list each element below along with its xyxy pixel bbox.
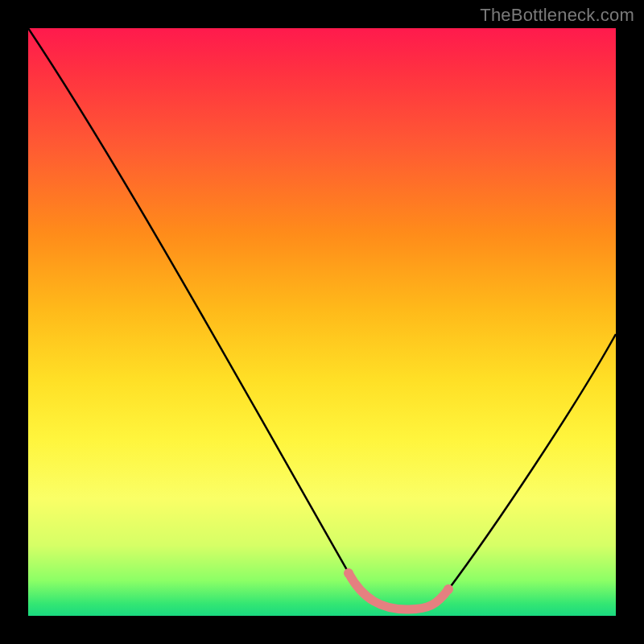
highlight-segment xyxy=(349,573,448,609)
highlight-dot-left xyxy=(344,568,353,578)
bottleneck-curve xyxy=(28,28,616,609)
chart-frame: TheBottleneck.com xyxy=(0,0,644,644)
watermark-text: TheBottleneck.com xyxy=(480,5,634,26)
highlight-dot-right xyxy=(444,584,453,594)
curve-svg xyxy=(28,28,616,616)
plot-area xyxy=(28,28,616,616)
